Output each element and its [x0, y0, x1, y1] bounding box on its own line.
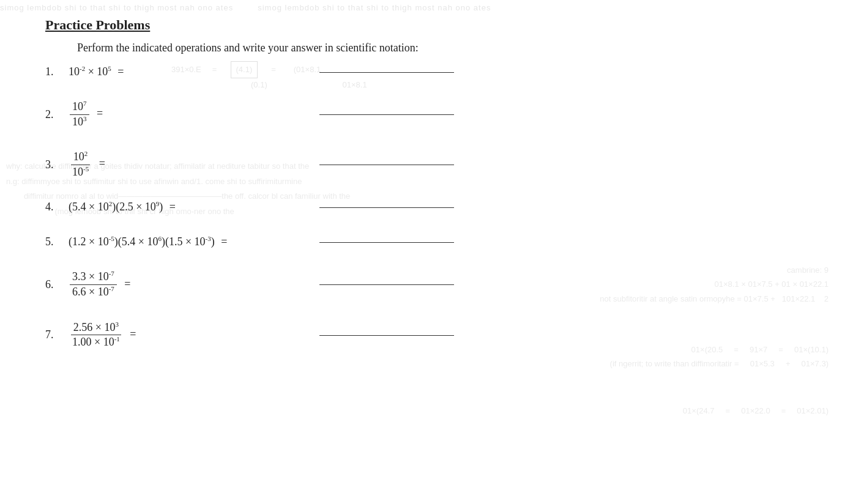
- problem-4-number: 4.: [45, 201, 69, 213]
- instruction-text: Perform the indicated operations and wri…: [77, 42, 808, 54]
- problem-5: 5. (1.2 × 10-5)(5.4 × 106)(1.5 × 10-3) =: [45, 235, 808, 248]
- problem-7-numerator: 2.56 × 103: [71, 321, 121, 336]
- problem-5-expression: (1.2 × 10-5)(5.4 × 106)(1.5 × 10-3) =: [69, 235, 295, 248]
- problem-1-number: 1.: [45, 65, 69, 78]
- problem-2-answer-line: [319, 114, 454, 115]
- problem-3-numerator: 102: [71, 150, 91, 165]
- problem-6-numerator: 3.3 × 10-7: [70, 270, 117, 285]
- problem-7: 7. 2.56 × 103 1.00 × 10-1 =: [45, 321, 808, 349]
- problem-1-expression: 10-2 × 105 =: [69, 65, 295, 78]
- problem-4-expression: (5.4 × 102)(2.5 × 109) =: [69, 201, 295, 213]
- problem-7-expression: 2.56 × 103 1.00 × 10-1 =: [69, 321, 295, 349]
- problem-2-expression: 107 103 =: [69, 100, 295, 128]
- problem-2-denominator: 103: [70, 115, 89, 129]
- problem-4-answer-line: [319, 207, 454, 208]
- problem-7-number: 7.: [45, 328, 69, 341]
- problem-3-fraction: 102 10-5: [70, 150, 91, 179]
- problem-7-fraction: 2.56 × 103 1.00 × 10-1: [70, 321, 122, 349]
- problem-6-denominator: 6.6 × 10-7: [70, 285, 117, 299]
- problem-3-denominator: 10-5: [70, 165, 91, 179]
- problem-6-expression: 3.3 × 10-7 6.6 × 10-7 =: [69, 270, 295, 298]
- problem-2-numerator: 107: [70, 100, 89, 115]
- problem-5-number: 5.: [45, 235, 69, 248]
- page-title: Practice Problems: [45, 17, 808, 33]
- problem-2: 2. 107 103 =: [45, 100, 808, 128]
- problem-2-fraction: 107 103: [70, 100, 89, 128]
- problem-3: 3. 102 10-5 =: [45, 150, 808, 179]
- problem-5-answer-line: [319, 242, 454, 243]
- problem-3-number: 3.: [45, 158, 69, 171]
- problem-7-denominator: 1.00 × 10-1: [70, 335, 122, 349]
- main-content: Practice Problems Perform the indicated …: [0, 0, 853, 384]
- problem-4: 4. (5.4 × 102)(2.5 × 109) =: [45, 201, 808, 213]
- problem-6: 6. 3.3 × 10-7 6.6 × 10-7 =: [45, 270, 808, 298]
- problem-3-answer-line: [319, 164, 454, 165]
- problem-3-expression: 102 10-5 =: [69, 150, 295, 179]
- problem-7-answer-line: [319, 335, 454, 336]
- problem-6-fraction: 3.3 × 10-7 6.6 × 10-7: [70, 270, 117, 298]
- problem-2-number: 2.: [45, 108, 69, 121]
- problem-1-answer-line: [319, 72, 454, 73]
- problem-6-number: 6.: [45, 278, 69, 291]
- problem-6-answer-line: [319, 284, 454, 285]
- problem-1: 1. 10-2 × 105 =: [45, 65, 808, 78]
